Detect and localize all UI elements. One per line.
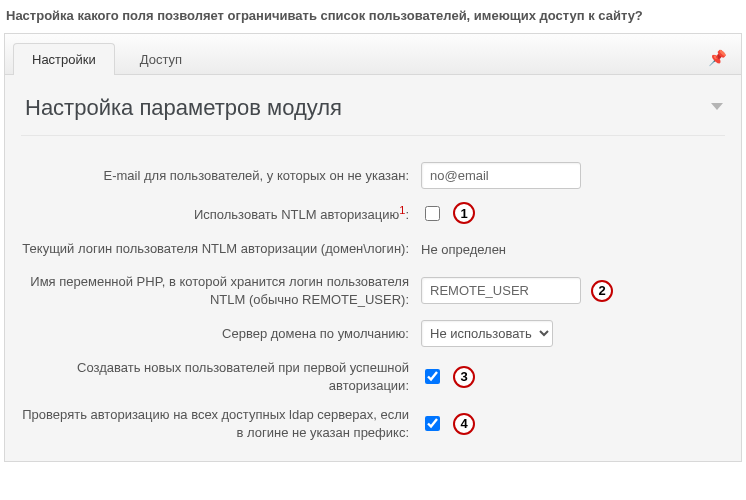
collapse-icon[interactable] <box>711 103 723 110</box>
pin-icon[interactable]: 📌 <box>708 49 733 67</box>
select-domain-server[interactable]: Не использовать <box>421 320 553 347</box>
row-email: E-mail для пользователей, у которых он н… <box>21 156 725 195</box>
badge-2: 2 <box>591 280 613 302</box>
question-text: Настройка какого поля позволяет ограничи… <box>0 0 746 33</box>
section-title: Настройка параметров модуля <box>25 95 342 120</box>
checkbox-create-users[interactable] <box>425 369 440 384</box>
form: E-mail для пользователей, у которых он н… <box>21 135 725 447</box>
label-check-ldap: Проверять авторизацию на всех доступных … <box>21 406 421 441</box>
label-domain-server: Сервер домена по умолчанию: <box>21 325 421 343</box>
checkbox-ntlm[interactable] <box>425 206 440 221</box>
label-ntlm-colon: : <box>405 207 409 222</box>
settings-panel: Настройки Доступ 📌 Настройка параметров … <box>4 33 742 462</box>
row-check-ldap: Проверять авторизацию на всех доступных … <box>21 400 725 447</box>
label-php-var: Имя переменной PHP, в которой хранится л… <box>21 273 421 308</box>
label-ntlm: Использовать NTLM авторизацию1: <box>21 203 421 224</box>
tab-settings[interactable]: Настройки <box>13 43 115 75</box>
label-ntlm-text: Использовать NTLM авторизацию <box>194 207 399 222</box>
tab-bar: Настройки Доступ 📌 <box>5 34 741 75</box>
row-ntlm: Использовать NTLM авторизацию1: 1 <box>21 195 725 231</box>
row-php-var: Имя переменной PHP, в которой хранится л… <box>21 267 725 314</box>
badge-3: 3 <box>453 366 475 388</box>
row-create-users: Создавать новых пользователей при первой… <box>21 353 725 400</box>
panel-content: Настройка параметров модуля E-mail для п… <box>5 75 741 461</box>
input-php-var[interactable] <box>421 277 581 304</box>
badge-4: 4 <box>453 413 475 435</box>
tab-access[interactable]: Доступ <box>121 43 201 75</box>
section-header: Настройка параметров модуля <box>5 75 741 135</box>
value-current-login: Не определен <box>421 242 506 257</box>
label-current-login: Текущий логин пользователя NTLM авториза… <box>21 240 421 258</box>
input-email[interactable] <box>421 162 581 189</box>
row-current-login: Текущий логин пользователя NTLM авториза… <box>21 231 725 267</box>
checkbox-check-ldap[interactable] <box>425 416 440 431</box>
row-domain-server: Сервер домена по умолчанию: Не использов… <box>21 314 725 353</box>
label-email: E-mail для пользователей, у которых он н… <box>21 167 421 185</box>
label-create-users: Создавать новых пользователей при первой… <box>21 359 421 394</box>
badge-1: 1 <box>453 202 475 224</box>
